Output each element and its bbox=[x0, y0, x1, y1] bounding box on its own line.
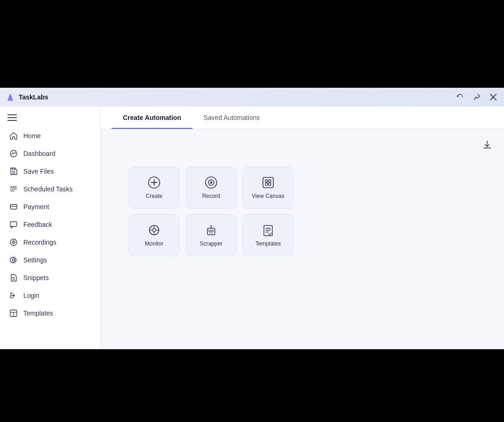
sidebar-item-dashboard[interactable]: Dashboard bbox=[0, 145, 100, 162]
content-area: Create Automation Saved Automations bbox=[100, 106, 504, 349]
sidebar-item-recordings[interactable]: Recordings bbox=[0, 233, 100, 251]
sidebar-item-scheduled-tasks[interactable]: Scheduled Tasks bbox=[0, 180, 100, 198]
svg-rect-37 bbox=[263, 177, 273, 188]
home-icon bbox=[9, 132, 18, 140]
svg-rect-40 bbox=[265, 183, 268, 185]
save-files-label: Save Files bbox=[23, 168, 54, 175]
app-window: TaskLabs bbox=[0, 88, 504, 349]
save-files-icon bbox=[9, 167, 18, 176]
svg-rect-49 bbox=[209, 230, 211, 232]
login-label: Login bbox=[23, 292, 39, 299]
svg-rect-54 bbox=[264, 225, 272, 236]
app-title: TaskLabs bbox=[19, 93, 49, 101]
svg-rect-38 bbox=[265, 180, 268, 182]
scheduled-tasks-icon bbox=[9, 185, 18, 193]
record-icon bbox=[205, 176, 218, 189]
sidebar-item-login[interactable]: Login bbox=[0, 287, 100, 304]
scrapper-card[interactable]: Scrapper bbox=[185, 214, 237, 256]
svg-rect-20 bbox=[10, 222, 17, 226]
action-row-2: Monitor bbox=[128, 214, 495, 256]
main-layout: Home Dashboard bbox=[0, 106, 504, 349]
app-logo bbox=[6, 92, 15, 102]
record-label: Record bbox=[202, 193, 220, 199]
sidebar-item-home[interactable]: Home bbox=[0, 127, 100, 145]
sidebar: Home Dashboard bbox=[0, 106, 100, 349]
payment-icon bbox=[9, 203, 18, 211]
title-bar-left: TaskLabs bbox=[6, 92, 49, 102]
scheduled-tasks-label: Scheduled Tasks bbox=[23, 185, 73, 193]
view-canvas-icon bbox=[262, 176, 275, 189]
templates-icon bbox=[9, 309, 18, 317]
svg-point-8 bbox=[10, 150, 17, 157]
view-canvas-label: View Canvas bbox=[252, 193, 284, 199]
templates-label: Templates bbox=[23, 309, 53, 317]
feedback-label: Feedback bbox=[23, 221, 52, 228]
svg-point-52 bbox=[211, 225, 212, 227]
templates-card[interactable]: Templates bbox=[242, 214, 294, 256]
scrapper-icon bbox=[205, 224, 218, 237]
templates-card-icon bbox=[262, 224, 275, 237]
download-button[interactable] bbox=[480, 137, 495, 152]
home-label: Home bbox=[23, 132, 41, 140]
login-icon bbox=[9, 291, 18, 300]
sidebar-item-settings[interactable]: Settings bbox=[0, 251, 100, 269]
tab-create-automation[interactable]: Create Automation bbox=[112, 106, 192, 129]
content-body: Create Record bbox=[100, 129, 504, 349]
action-row-1: Create Record bbox=[128, 167, 495, 209]
action-grid: Create Record bbox=[128, 167, 495, 256]
svg-rect-48 bbox=[207, 228, 215, 235]
title-bar-controls bbox=[454, 92, 498, 102]
sidebar-item-templates[interactable]: Templates bbox=[0, 304, 100, 322]
svg-point-43 bbox=[153, 229, 156, 232]
close-button[interactable] bbox=[488, 93, 498, 101]
settings-label: Settings bbox=[23, 256, 47, 264]
svg-point-36 bbox=[210, 182, 213, 184]
create-icon bbox=[148, 176, 161, 189]
pin-button[interactable] bbox=[471, 92, 483, 102]
dashboard-label: Dashboard bbox=[23, 150, 56, 157]
view-canvas-card[interactable]: View Canvas bbox=[242, 167, 294, 209]
monitor-icon bbox=[148, 224, 161, 237]
title-bar: TaskLabs bbox=[0, 88, 504, 106]
create-card[interactable]: Create bbox=[128, 167, 180, 209]
monitor-label: Monitor bbox=[145, 240, 163, 247]
sidebar-item-payment[interactable]: Payment bbox=[0, 198, 100, 216]
svg-point-24 bbox=[13, 259, 15, 261]
sidebar-item-save-files[interactable]: Save Files bbox=[0, 162, 100, 180]
recordings-label: Recordings bbox=[23, 239, 57, 246]
create-label: Create bbox=[146, 193, 163, 199]
snippets-icon bbox=[9, 274, 18, 282]
tab-saved-automations[interactable]: Saved Automations bbox=[192, 106, 271, 129]
sidebar-item-feedback[interactable]: Feedback bbox=[0, 216, 100, 233]
scrapper-label: Scrapper bbox=[200, 240, 223, 247]
snippets-label: Snippets bbox=[23, 274, 49, 281]
svg-point-23 bbox=[13, 242, 14, 243]
tabs-bar: Create Automation Saved Automations bbox=[100, 106, 504, 129]
svg-rect-41 bbox=[269, 183, 271, 185]
monitor-card[interactable]: Monitor bbox=[128, 214, 180, 256]
payment-label: Payment bbox=[23, 203, 49, 211]
dashboard-icon bbox=[9, 149, 18, 158]
undo-button[interactable] bbox=[454, 92, 466, 102]
menu-toggle[interactable] bbox=[0, 114, 100, 127]
svg-rect-18 bbox=[10, 204, 17, 209]
record-card[interactable]: Record bbox=[185, 167, 237, 209]
templates-card-label: Templates bbox=[256, 240, 281, 247]
svg-rect-39 bbox=[269, 180, 271, 182]
feedback-icon bbox=[9, 220, 18, 229]
svg-line-2 bbox=[475, 97, 476, 99]
sidebar-item-snippets[interactable]: Snippets bbox=[0, 269, 100, 287]
svg-rect-50 bbox=[212, 230, 213, 232]
settings-icon bbox=[9, 256, 18, 264]
recordings-icon bbox=[9, 238, 18, 246]
